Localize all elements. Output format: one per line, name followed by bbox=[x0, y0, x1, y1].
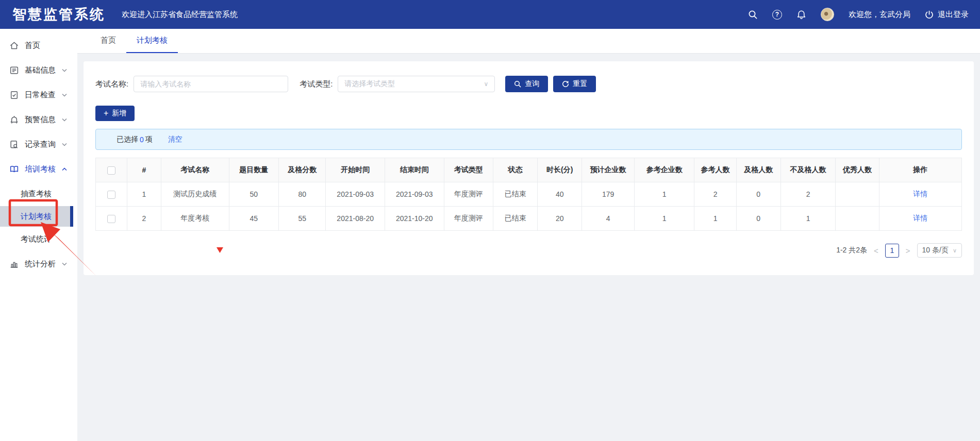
col-exam-type: 考试类型 bbox=[444, 158, 493, 182]
training-book-icon bbox=[9, 164, 19, 174]
select-chevron-down-icon: ∨ bbox=[484, 80, 489, 88]
row-checkbox[interactable] bbox=[107, 215, 115, 223]
cell-passed: 0 bbox=[736, 207, 780, 231]
selection-prefix: 已选择 bbox=[117, 135, 138, 144]
prev-page-button[interactable]: < bbox=[874, 246, 878, 255]
tab-bar: 首页 计划考核 bbox=[77, 29, 980, 54]
page-size-value: 10 条/页 bbox=[922, 246, 949, 255]
clear-selection-link[interactable]: 清空 bbox=[168, 135, 182, 144]
notification-bell-icon[interactable] bbox=[796, 10, 806, 20]
cell-participants: 1 bbox=[694, 207, 736, 231]
avatar[interactable] bbox=[821, 8, 834, 21]
next-page-button[interactable]: > bbox=[906, 246, 910, 255]
sidebar-item-label: 培训考核 bbox=[25, 164, 56, 174]
sidebar-item-label: 基础信息 bbox=[25, 65, 56, 75]
current-page-button[interactable]: 1 bbox=[885, 244, 899, 258]
sidebar-item-statistics-analysis[interactable]: 统计分析 bbox=[0, 251, 77, 276]
row-checkbox[interactable] bbox=[107, 191, 115, 199]
search-button[interactable]: 查询 bbox=[505, 76, 548, 92]
training-submenu: 抽查考核 计划考核 考试统计 bbox=[0, 183, 77, 249]
search-icon[interactable] bbox=[748, 10, 758, 20]
cell-participating-companies: 1 bbox=[634, 182, 694, 207]
exam-name-input[interactable] bbox=[134, 76, 288, 92]
cell-failed: 2 bbox=[780, 182, 836, 207]
logout-button[interactable]: 退出登录 bbox=[925, 10, 969, 20]
table-header-row: # 考试名称 题目数量 及格分数 开始时间 结束时间 考试类型 状态 时长(分)… bbox=[96, 158, 962, 182]
pagination: 1-2 共2条 < 1 > 10 条/页 ∨ bbox=[95, 243, 962, 258]
home-icon bbox=[9, 41, 19, 50]
chevron-down-icon bbox=[62, 143, 67, 146]
sidebar-subitem-plan-assessment[interactable]: 计划考核 bbox=[0, 206, 73, 227]
chevron-down-icon bbox=[62, 118, 67, 122]
col-status: 状态 bbox=[493, 158, 537, 182]
pagination-summary: 1-2 共2条 bbox=[836, 246, 867, 255]
cell-exam-type: 年度测评 bbox=[444, 182, 493, 207]
detail-link[interactable]: 详情 bbox=[913, 214, 927, 222]
add-button[interactable]: + 新增 bbox=[95, 106, 135, 121]
detail-link[interactable]: 详情 bbox=[913, 190, 927, 198]
cell-excellent bbox=[836, 182, 879, 207]
select-all-cell bbox=[96, 158, 127, 182]
sidebar-subitem-label: 抽查考核 bbox=[21, 189, 52, 199]
exam-table: # 考试名称 题目数量 及格分数 开始时间 结束时间 考试类型 状态 时长(分)… bbox=[95, 158, 962, 231]
cell-duration: 40 bbox=[538, 182, 582, 207]
reset-button[interactable]: 重置 bbox=[553, 76, 596, 92]
sidebar-subitem-exam-statistics[interactable]: 考试统计 bbox=[0, 229, 77, 249]
power-icon bbox=[925, 10, 934, 19]
sidebar-item-daily-check[interactable]: 日常检查 bbox=[0, 82, 77, 107]
sidebar-subitem-label: 计划考核 bbox=[21, 212, 52, 222]
plus-icon: + bbox=[104, 109, 108, 117]
chevron-down-icon bbox=[62, 69, 67, 72]
chevron-up-icon bbox=[62, 167, 67, 171]
cell-question-count: 45 bbox=[229, 207, 278, 231]
add-button-label: 新增 bbox=[112, 109, 126, 118]
exam-type-select[interactable]: 请选择考试类型 ∨ bbox=[338, 76, 495, 92]
main-card: 考试名称: 考试类型: 请选择考试类型 ∨ 查询 重置 bbox=[84, 61, 974, 275]
sidebar-item-warning-info[interactable]: 预警信息 bbox=[0, 107, 77, 132]
cell-participants: 2 bbox=[694, 182, 736, 207]
cell-excellent bbox=[836, 207, 879, 231]
col-exam-name: 考试名称 bbox=[161, 158, 229, 182]
cell-participating-companies: 1 bbox=[634, 207, 694, 231]
cell-index: 1 bbox=[127, 182, 161, 207]
col-index: # bbox=[127, 158, 161, 182]
statistics-chart-icon bbox=[9, 259, 19, 269]
sidebar-item-label: 日常检查 bbox=[25, 90, 56, 100]
app-logo: 智慧监管系统 bbox=[12, 5, 105, 24]
cell-index: 2 bbox=[127, 207, 161, 231]
col-passed: 及格人数 bbox=[736, 158, 780, 182]
page-size-select[interactable]: 10 条/页 ∨ bbox=[917, 243, 962, 258]
tab-home[interactable]: 首页 bbox=[90, 29, 126, 53]
selection-suffix: 项 bbox=[145, 135, 153, 144]
reset-button-label: 重置 bbox=[573, 79, 587, 89]
welcome-text: 欢迎进入江苏省食品经营监管系统 bbox=[122, 10, 238, 20]
logout-label: 退出登录 bbox=[938, 10, 969, 20]
cell-pass-score: 55 bbox=[279, 207, 326, 231]
sidebar-item-training-assessment[interactable]: 培训考核 bbox=[0, 157, 77, 181]
exam-table-wrap: # 考试名称 题目数量 及格分数 开始时间 结束时间 考试类型 状态 时长(分)… bbox=[95, 158, 962, 231]
chevron-down-icon bbox=[62, 93, 67, 97]
search-button-label: 查询 bbox=[525, 79, 539, 89]
sidebar-item-home[interactable]: 首页 bbox=[0, 33, 77, 58]
col-expected-companies: 预计企业数 bbox=[582, 158, 634, 182]
cell-status: 已结束 bbox=[493, 207, 537, 231]
cell-exam-type: 年度测评 bbox=[444, 207, 493, 231]
select-all-checkbox[interactable] bbox=[107, 166, 115, 175]
cell-end-time: 2021-09-03 bbox=[385, 182, 444, 207]
col-duration: 时长(分) bbox=[538, 158, 582, 182]
records-search-icon bbox=[9, 140, 19, 149]
col-actions: 操作 bbox=[879, 158, 961, 182]
sidebar-item-records-query[interactable]: 记录查询 bbox=[0, 132, 77, 157]
sidebar-item-basic-info[interactable]: 基础信息 bbox=[0, 58, 77, 82]
sidebar: 首页 基础信息 日常检查 预警信息 记录查询 bbox=[0, 29, 77, 441]
cell-failed: 1 bbox=[780, 207, 836, 231]
col-pass-score: 及格分数 bbox=[279, 158, 326, 182]
tab-plan-assessment[interactable]: 计划考核 bbox=[126, 29, 178, 53]
search-icon bbox=[514, 80, 521, 88]
col-failed: 不及格人数 bbox=[780, 158, 836, 182]
help-icon[interactable]: ? bbox=[772, 10, 782, 20]
col-excellent: 优秀人数 bbox=[836, 158, 879, 182]
sidebar-subitem-sampling-assessment[interactable]: 抽查考核 bbox=[0, 183, 77, 204]
cell-status: 已结束 bbox=[493, 182, 537, 207]
exam-type-label: 考试类型: bbox=[300, 79, 333, 89]
